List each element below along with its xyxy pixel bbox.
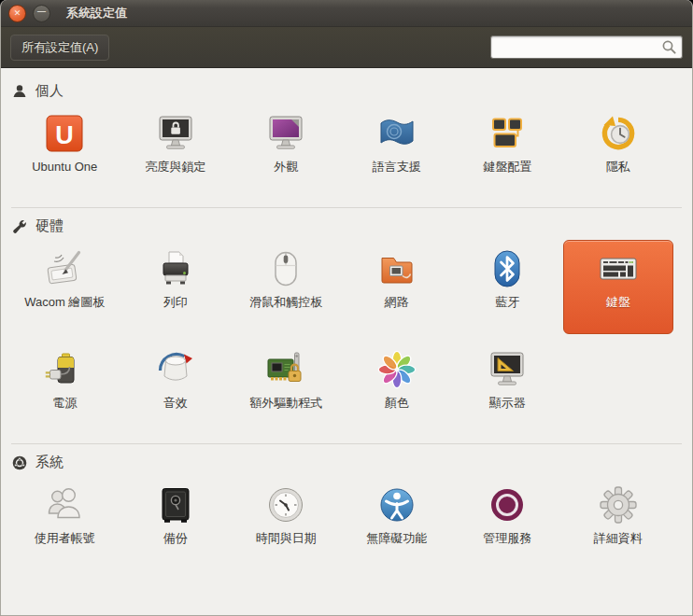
privacy-icon xyxy=(596,111,641,156)
settings-item-label: 顯示器 xyxy=(489,396,526,412)
user-accounts-icon xyxy=(42,483,87,527)
language-support-icon xyxy=(375,111,419,156)
settings-item-keyboard-layout[interactable]: 鍵盤配置 xyxy=(452,105,563,199)
all-settings-button[interactable]: 所有設定值(A) xyxy=(10,35,109,61)
settings-item-additional-drivers[interactable]: 額外驅動程式 xyxy=(231,341,342,435)
search-input[interactable] xyxy=(490,35,683,59)
settings-item-label: 網路 xyxy=(385,295,409,311)
settings-item-label: 滑鼠和觸控板 xyxy=(249,295,322,311)
displays-icon xyxy=(485,347,530,392)
close-icon: ✕ xyxy=(14,9,21,18)
settings-item-label: 亮度與鎖定 xyxy=(145,160,205,175)
settings-item-label: 鍵盤 xyxy=(606,295,630,311)
settings-item-printing[interactable]: 列印 xyxy=(120,240,232,334)
ubuntu-one-icon: U xyxy=(42,111,87,156)
settings-item-mouse-touchpad[interactable]: 滑鼠和觸控板 xyxy=(231,240,342,334)
settings-item-label: 電源 xyxy=(52,396,77,412)
ubuntu-logo-icon xyxy=(12,455,27,470)
settings-item-power[interactable]: 電源 xyxy=(9,341,120,435)
keyboard-layout-icon xyxy=(485,111,530,156)
section-label-personal: 個人 xyxy=(35,82,64,100)
network-icon xyxy=(375,246,419,291)
settings-item-label: 額外驅動程式 xyxy=(249,396,322,412)
settings-item-label: 語言支援 xyxy=(373,160,421,175)
settings-panel: 個人 U Ubuntu One 亮度與鎖定 外觀 語言支援 鍵盤配置 隱私 硬體… xyxy=(1,68,692,615)
appearance-icon xyxy=(263,111,308,156)
color-icon xyxy=(375,347,419,392)
window-title: 系統設定值 xyxy=(66,5,127,21)
settings-item-label: 使用者帳號 xyxy=(35,531,95,547)
power-icon xyxy=(42,347,87,392)
settings-item-label: 外觀 xyxy=(274,160,298,175)
settings-item-user-accounts[interactable]: 使用者帳號 xyxy=(9,476,120,570)
section-header: 硬體 xyxy=(9,208,684,240)
wrench-icon xyxy=(12,219,27,234)
settings-item-label: 顏色 xyxy=(385,396,409,412)
details-icon xyxy=(596,483,641,527)
settings-item-appearance[interactable]: 外觀 xyxy=(231,105,342,199)
keyboard-icon xyxy=(596,246,641,291)
settings-item-network[interactable]: 網路 xyxy=(342,240,453,334)
universal-access-icon xyxy=(375,483,419,527)
additional-drivers-icon xyxy=(263,347,308,392)
bluetooth-icon xyxy=(485,246,530,291)
wacom-tablet-icon xyxy=(42,246,87,291)
settings-item-label: 音效 xyxy=(163,396,188,412)
settings-item-label: 藍牙 xyxy=(495,295,519,311)
mouse-icon xyxy=(263,246,308,291)
section-grid: U Ubuntu One 亮度與鎖定 外觀 語言支援 鍵盤配置 隱私 xyxy=(9,105,684,199)
settings-item-landscape-service[interactable]: 管理服務 xyxy=(452,476,563,570)
settings-item-sound[interactable]: 音效 xyxy=(120,341,232,435)
settings-item-label: 管理服務 xyxy=(483,531,531,547)
minimize-button[interactable]: — xyxy=(33,5,50,22)
titlebar: ✕ — 系統設定值 xyxy=(1,0,692,27)
toolbar: 所有設定值(A) xyxy=(1,27,692,68)
settings-item-label: Ubuntu One xyxy=(32,160,97,175)
settings-item-keyboard[interactable]: 鍵盤 xyxy=(563,240,674,334)
settings-item-wacom-tablet[interactable]: Wacom 繪圖板 xyxy=(9,240,120,334)
settings-item-color[interactable]: 顏色 xyxy=(342,341,453,435)
landscape-service-icon xyxy=(485,483,530,527)
printer-icon xyxy=(153,246,198,291)
settings-item-label: 備份 xyxy=(163,531,188,547)
section-header: 系統 xyxy=(9,444,684,476)
settings-item-backup[interactable]: 備份 xyxy=(120,476,232,570)
section-grid: 使用者帳號 備份 時間與日期 無障礙功能 管理服務 詳細資料 xyxy=(9,476,684,570)
settings-item-details[interactable]: 詳細資料 xyxy=(563,476,674,570)
settings-item-ubuntu-one[interactable]: U Ubuntu One xyxy=(9,105,120,199)
settings-item-label: 詳細資料 xyxy=(594,531,643,547)
system-settings-window: ✕ — 系統設定值 所有設定值(A) 個人 U Ubuntu One 亮度與鎖定 xyxy=(0,0,693,616)
settings-item-universal-access[interactable]: 無障礙功能 xyxy=(342,476,453,570)
settings-item-label: 列印 xyxy=(163,295,188,311)
settings-item-label: 無障礙功能 xyxy=(366,531,427,547)
settings-item-label: Wacom 繪圖板 xyxy=(24,295,105,311)
settings-item-language-support[interactable]: 語言支援 xyxy=(342,105,453,199)
settings-item-displays[interactable]: 顯示器 xyxy=(452,341,563,435)
settings-item-privacy[interactable]: 隱私 xyxy=(563,105,674,199)
section-label-hardware: 硬體 xyxy=(35,217,64,235)
backup-icon xyxy=(153,483,198,527)
svg-text:U: U xyxy=(56,121,75,149)
time-date-icon xyxy=(263,483,308,527)
close-button[interactable]: ✕ xyxy=(8,5,26,22)
settings-item-label: 時間與日期 xyxy=(256,531,317,547)
brightness-lock-icon xyxy=(153,111,198,156)
settings-item-label: 隱私 xyxy=(606,160,630,175)
person-icon xyxy=(12,84,27,99)
minimize-icon: — xyxy=(37,7,46,16)
section-label-system: 系統 xyxy=(35,454,64,471)
settings-item-time-date[interactable]: 時間與日期 xyxy=(231,476,342,570)
section-header: 個人 xyxy=(9,73,684,105)
settings-item-label: 鍵盤配置 xyxy=(483,160,531,175)
section-grid: Wacom 繪圖板 列印 滑鼠和觸控板 網路 藍牙 鍵盤 電源 音效 額外驅動程… xyxy=(9,240,684,435)
sound-icon xyxy=(153,347,198,392)
search-box xyxy=(490,35,683,59)
settings-item-bluetooth[interactable]: 藍牙 xyxy=(452,240,563,334)
settings-item-brightness-lock[interactable]: 亮度與鎖定 xyxy=(120,105,232,199)
